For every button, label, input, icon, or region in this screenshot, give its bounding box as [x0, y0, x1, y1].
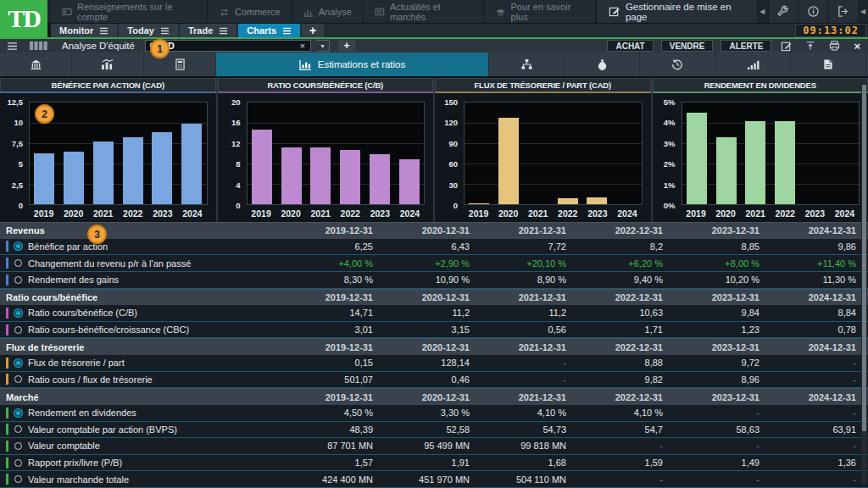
nav-commerce[interactable]: Commerce: [208, 0, 292, 23]
chart-title: BÉNÉFICE PAR ACTION (CAD): [0, 78, 216, 92]
table-row[interactable]: Bénéfice par action6,256,437,728,28,859,…: [0, 239, 868, 256]
chart-plot-area[interactable]: 5%4%3%2%1%0%201920202021202220232024: [653, 93, 868, 222]
view-tab-reports[interactable]: [791, 53, 866, 76]
bar[interactable]: [687, 113, 707, 204]
chart-plot-area[interactable]: 1501209060300201920202021202220232024: [435, 93, 651, 222]
tab-menu-icon[interactable]: [99, 27, 108, 35]
tab-charts[interactable]: Charts: [238, 24, 300, 37]
table-row[interactable]: Ratio cours / flux de trésorerie501,070,…: [0, 372, 868, 389]
bar[interactable]: [775, 121, 795, 204]
tab-menu-icon[interactable]: [160, 27, 170, 35]
close-panel-icon[interactable]: ×: [849, 40, 865, 53]
clear-search-icon[interactable]: ×: [298, 41, 307, 51]
tab-menu-icon[interactable]: [219, 27, 228, 35]
columns-layout-icon[interactable]: [26, 41, 53, 51]
column-header: 2021-12-31: [481, 339, 578, 355]
export-top-icon[interactable]: [801, 41, 820, 51]
panel-menu-icon[interactable]: [3, 42, 21, 51]
search-dropdown-icon[interactable]: ▾: [316, 40, 330, 52]
symbol-search-input[interactable]: TD ×: [145, 40, 311, 52]
bar[interactable]: [399, 159, 420, 204]
radio-unselected-icon[interactable]: [14, 276, 22, 284]
bar[interactable]: [558, 198, 578, 204]
tab-today[interactable]: Today: [119, 24, 178, 37]
table-row[interactable]: Ratio cours-bénéfice/croissance (CBC)3,0…: [0, 322, 868, 339]
collapse-right-icon[interactable]: ◀: [858, 0, 868, 23]
buy-button[interactable]: ACHAT: [607, 40, 653, 52]
table-row[interactable]: Rendement des gains8,30 %10,90 %8,90 %9,…: [0, 272, 868, 289]
view-tab-performance[interactable]: [72, 53, 144, 76]
chart-plot-area[interactable]: 12,5107,552,50201920202021202220232024: [0, 93, 216, 222]
bar[interactable]: [281, 147, 302, 204]
tab-menu-icon[interactable]: [282, 27, 292, 35]
table-row[interactable]: Changement du revenu p/r à l'an passé+4,…: [0, 255, 868, 272]
bar[interactable]: [716, 137, 737, 204]
bar[interactable]: [181, 124, 202, 204]
metric-value: 9,72: [675, 355, 771, 371]
nav-learn[interactable]: Pour en savoir plus: [484, 0, 596, 23]
layout-manager-button[interactable]: Gestionnaire de mise en page: [596, 0, 757, 23]
radio-unselected-icon[interactable]: [14, 425, 22, 433]
view-tab-estimates-ratios[interactable]: Estimations et ratios: [216, 53, 489, 76]
table-row[interactable]: Rendement en dividendes4,50 %3,30 %4,10 …: [0, 405, 868, 422]
bar[interactable]: [340, 150, 360, 204]
row-label: Ratio cours/bénéfice (C/B): [0, 305, 288, 321]
x-axis-tick: 2020: [58, 208, 88, 220]
alert-button[interactable]: ALERTE: [721, 40, 771, 52]
table-row[interactable]: Rapport prix/livre (P/B)1,571,911,681,59…: [0, 455, 868, 472]
print-icon[interactable]: [825, 41, 844, 51]
bar[interactable]: [310, 147, 331, 204]
nav-analysis[interactable]: Analyse: [292, 0, 364, 23]
table-row[interactable]: Valeur comptable87 701 MN95 499 MN99 818…: [0, 438, 868, 455]
collapse-left-icon[interactable]: ◀: [757, 0, 767, 23]
bar[interactable]: [745, 121, 765, 204]
nav-account[interactable]: Renseignements sur le compte: [51, 0, 208, 23]
tab-monitor[interactable]: Monitor: [51, 24, 117, 37]
bar[interactable]: [498, 118, 519, 205]
radio-unselected-icon[interactable]: [14, 259, 22, 267]
table-row[interactable]: Ratio cours/bénéfice (C/B)14,7111,211,21…: [0, 305, 868, 322]
radio-unselected-icon[interactable]: [14, 475, 22, 483]
info-button[interactable]: [798, 0, 827, 23]
view-tab-rankings[interactable]: [715, 53, 791, 76]
table-row[interactable]: Flux de trésorerie / part0,15128,14-8,88…: [0, 355, 868, 372]
bar[interactable]: [370, 154, 390, 204]
radio-unselected-icon[interactable]: [14, 459, 22, 467]
scrollbar-thumb[interactable]: [862, 85, 866, 431]
bar[interactable]: [64, 152, 84, 204]
radio-selected-icon[interactable]: [14, 359, 22, 367]
y-axis-tick: 0: [453, 201, 458, 210]
bar[interactable]: [587, 197, 607, 204]
bar[interactable]: [93, 141, 114, 204]
logout-button[interactable]: [827, 0, 857, 23]
add-workspace-button[interactable]: +: [302, 24, 324, 37]
view-tab-structure[interactable]: [489, 53, 565, 76]
tools-button[interactable]: [768, 0, 798, 23]
radio-unselected-icon[interactable]: [14, 442, 22, 450]
charts-strip: BÉNÉFICE PAR ACTION (CAD) 12,5107,552,50…: [0, 76, 868, 222]
bar[interactable]: [152, 132, 172, 204]
table-row[interactable]: Valeur comptable par action (BVPS)48,395…: [0, 422, 868, 439]
metric-value: 6,25: [288, 239, 385, 255]
vertical-scrollbar[interactable]: [861, 81, 867, 485]
radio-selected-icon[interactable]: [14, 309, 22, 317]
y-axis-tick: 90: [448, 138, 458, 147]
radio-unselected-icon[interactable]: [14, 326, 22, 334]
view-tab-dividends[interactable]: [565, 53, 640, 76]
radio-selected-icon[interactable]: [14, 242, 22, 250]
bar[interactable]: [123, 137, 143, 204]
bar[interactable]: [252, 130, 272, 204]
view-tab-history[interactable]: [640, 53, 715, 76]
bar[interactable]: [34, 153, 54, 204]
add-symbol-button[interactable]: +: [338, 40, 355, 52]
nav-news[interactable]: Actualités et marchés: [364, 0, 484, 23]
table-row[interactable]: Valeur marchande totale424 400 MN451 970…: [0, 471, 868, 488]
view-tab-fundamentals[interactable]: [0, 53, 72, 76]
tab-trade[interactable]: Trade: [180, 24, 236, 37]
edit-panel-icon[interactable]: [776, 41, 796, 52]
chart-plot-area[interactable]: 201612840201920202021202220232024: [218, 93, 434, 222]
sell-button[interactable]: VENDRE: [661, 40, 714, 52]
bar[interactable]: [469, 203, 489, 204]
radio-selected-icon[interactable]: [14, 409, 22, 417]
radio-unselected-icon[interactable]: [14, 375, 22, 383]
